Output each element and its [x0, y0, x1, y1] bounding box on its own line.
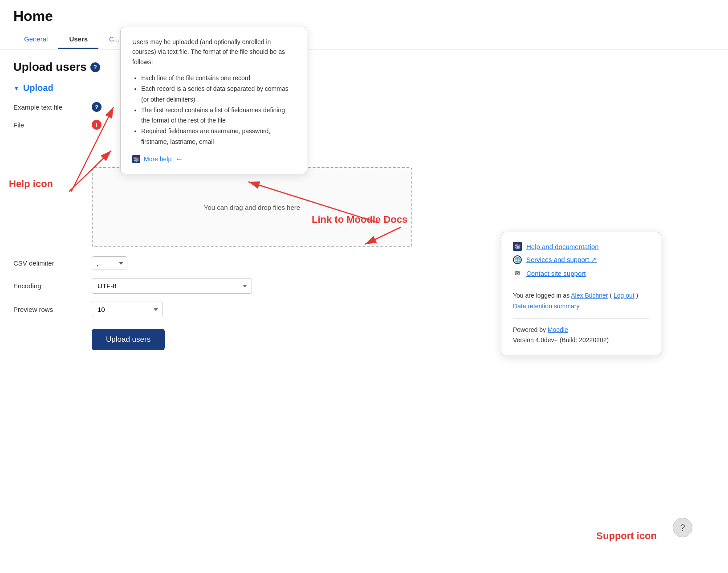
mail-icon: ✉: [513, 269, 522, 278]
help-icon-title[interactable]: ?: [90, 62, 100, 72]
file-dropzone[interactable]: You can drag and drop files here: [92, 167, 412, 247]
example-text-file-controls: ?: [92, 102, 102, 112]
tooltip-item-2: Each record is a series of data separate…: [141, 84, 295, 105]
tab-general[interactable]: General: [13, 31, 58, 49]
popup-divider-1: [513, 284, 649, 284]
globe-icon: 🌐: [513, 255, 522, 264]
example-text-file-label: Example text file: [13, 103, 85, 111]
docs-popup: 📚 Help and documentation 🌐 Services and …: [501, 232, 661, 356]
more-help-link[interactable]: 📚 More help ←: [132, 155, 295, 164]
arrow-left-icon: ←: [175, 155, 183, 164]
powered-by: Powered by Moodle Version 4.0dev+ (Build…: [513, 325, 649, 346]
nav-tabs: General Users C... ...nce Server More ⌄: [13, 31, 715, 49]
preview-rows-label: Preview rows: [13, 306, 85, 313]
data-retention-link[interactable]: Data retention summary: [513, 303, 579, 310]
csv-delimiter-select[interactable]: , ; : tab: [92, 256, 127, 270]
support-icon[interactable]: ?: [673, 518, 692, 537]
csv-delimiter-controls: , ; : tab: [92, 256, 127, 270]
paren-open: (: [610, 292, 612, 299]
csv-delimiter-label: CSV delimiter: [13, 259, 85, 267]
docs-help-item: 📚 Help and documentation: [513, 242, 649, 251]
logged-in-text: You are logged in as: [513, 292, 571, 299]
warning-icon-file[interactable]: !: [92, 120, 102, 130]
support-icon-annotation: Support icon: [596, 530, 657, 542]
version-text: Version 4.0dev+ (Build: 20220202): [513, 336, 609, 344]
preview-rows-select[interactable]: 10 20 50: [92, 302, 163, 317]
file-controls: !: [92, 120, 102, 130]
tooltip-body: Users may be uploaded (and optionally en…: [132, 37, 295, 67]
tooltip-item-3: The first record contains a list of fiel…: [141, 105, 295, 127]
tooltip-list: Each line of the file contains one recor…: [141, 73, 295, 147]
moodle-link[interactable]: Moodle: [548, 326, 568, 333]
logout-link[interactable]: Log out: [614, 292, 634, 299]
collapse-icon: ▼: [13, 85, 20, 92]
paren-close: ): [636, 292, 639, 299]
powered-by-text: Powered by: [513, 326, 546, 333]
preview-rows-row: Preview rows 10 20 50: [13, 302, 387, 317]
dropzone-text: You can drag and drop files here: [204, 204, 300, 211]
help-documentation-link[interactable]: Help and documentation: [526, 243, 599, 250]
user-info: You are logged in as Alex Büchner ( Log …: [513, 291, 649, 312]
upload-section-label: Upload: [23, 83, 53, 93]
popup-divider-2: [513, 318, 649, 319]
tab-users[interactable]: Users: [58, 31, 98, 49]
book-icon: 📚: [513, 242, 522, 251]
file-label: File: [13, 121, 85, 129]
tooltip-item-1: Each line of the file contains one recor…: [141, 73, 295, 84]
upload-users-title: Upload users: [13, 60, 87, 74]
help-icon-example[interactable]: ?: [92, 102, 102, 112]
tooltip-popup: Users may be uploaded (and optionally en…: [120, 27, 307, 174]
csv-delimiter-row: CSV delimiter , ; : tab: [13, 256, 387, 270]
user-name-link[interactable]: Alex Büchner: [571, 292, 608, 299]
encoding-label: Encoding: [13, 282, 85, 290]
more-help-label: More help: [144, 156, 171, 163]
book-icon-small: 📚: [132, 155, 140, 163]
upload-users-button[interactable]: Upload users: [92, 329, 165, 350]
preview-rows-controls: 10 20 50: [92, 302, 163, 317]
contact-support-link[interactable]: Contact site support: [526, 270, 586, 277]
encoding-controls: UTF-8 ISO-8859-1: [92, 278, 252, 294]
encoding-select[interactable]: UTF-8 ISO-8859-1: [92, 278, 252, 294]
docs-services-item: 🌐 Services and support ↗: [513, 255, 649, 264]
services-support-link[interactable]: Services and support ↗: [526, 256, 597, 264]
header: Home General Users C... ...nce Server Mo…: [0, 0, 728, 49]
encoding-row: Encoding UTF-8 ISO-8859-1: [13, 278, 387, 294]
page-title: Home: [13, 8, 715, 25]
docs-contact-item: ✉ Contact site support: [513, 269, 649, 278]
tooltip-item-4: Required fieldnames are username, passwo…: [141, 126, 295, 147]
